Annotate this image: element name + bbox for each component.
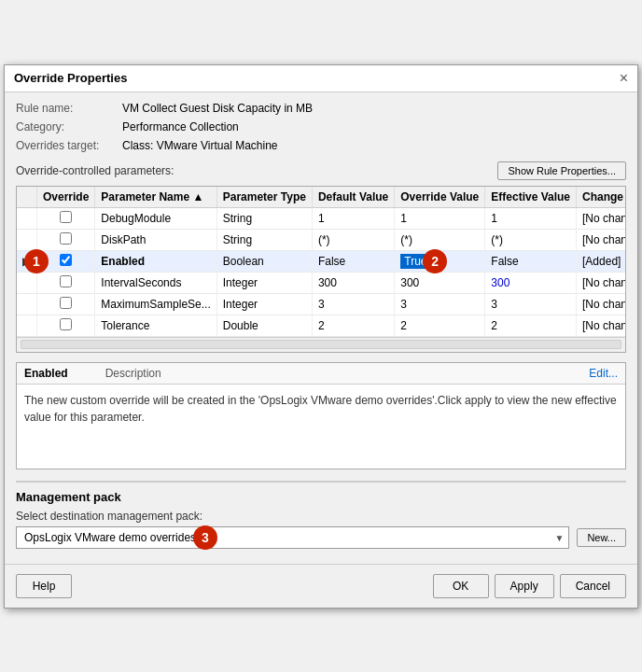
mp-select-label: Select destination management pack: [16, 510, 626, 523]
col-indicator [17, 187, 37, 208]
override-checkbox-cell [37, 272, 95, 293]
parameters-table: Override Parameter Name ▲ Parameter Type… [17, 187, 626, 337]
effective-value-cell: (*) [485, 229, 577, 250]
horizontal-scrollbar[interactable] [21, 340, 621, 349]
effective-value-cell: 1 [485, 207, 577, 229]
default-value-cell: 3 [312, 293, 394, 315]
override-properties-dialog: Override Properties × Rule name: VM Coll… [4, 64, 638, 609]
default-value-cell: 2 [312, 315, 394, 336]
col-effective-value: Effective Value [485, 187, 577, 208]
param-name-cell: MaximumSampleSe... [95, 293, 216, 315]
param-name-cell: DiskPath [95, 229, 216, 250]
management-pack-title: Management pack [16, 490, 626, 504]
mp-select-wrapper: OpsLogix VMware demo overrides ▼ 3 [16, 526, 569, 549]
col-override-value: Override Value [395, 187, 485, 208]
mp-row: OpsLogix VMware demo overrides ▼ 3 New..… [16, 526, 626, 549]
param-name-cell: Enabled [95, 250, 216, 272]
change-status-cell: [Added] [577, 250, 626, 272]
table-row[interactable]: DebugModuleString111[No change] [17, 207, 626, 229]
apply-button[interactable]: Apply [495, 574, 554, 598]
param-name-cell: DebugModule [95, 207, 216, 229]
param-name-cell: IntervalSeconds [95, 272, 216, 293]
row-indicator [17, 229, 37, 250]
effective-value-cell: 300 [485, 272, 577, 293]
change-status-cell: [No change] [577, 315, 626, 336]
change-status-cell: [No change] [577, 293, 626, 315]
override-checkbox[interactable] [60, 318, 72, 330]
col-param-name: Parameter Name ▲ [95, 187, 216, 208]
footer-right: OK Apply Cancel [433, 574, 626, 598]
mp-select[interactable]: OpsLogix VMware demo overrides [16, 526, 569, 549]
override-value-cell: True2 [395, 250, 485, 272]
new-mp-button[interactable]: New... [577, 528, 626, 547]
table-body: DebugModuleString111[No change]DiskPathS… [17, 207, 626, 336]
change-status-cell: [No change] [577, 229, 626, 250]
row-indicator [17, 315, 37, 336]
override-checkbox-cell [37, 315, 95, 336]
details-section: Enabled Description Edit... The new cust… [16, 362, 626, 469]
table-row[interactable]: IntervalSecondsInteger300300300[No chang… [17, 272, 626, 293]
default-value-cell: False [312, 250, 394, 272]
param-type-cell: Double [216, 315, 312, 336]
table-row[interactable]: DiskPathString(*)(*)(*)[No change] [17, 229, 626, 250]
effective-value-cell: 2 [485, 315, 577, 336]
override-checkbox-cell [37, 207, 95, 229]
overrides-target-value: Class: VMware Virtual Machine [122, 139, 278, 152]
dialog-content: Rule name: VM Collect Guest Disk Capacit… [5, 92, 637, 558]
row-indicator [17, 207, 37, 229]
override-checkbox-cell [37, 293, 95, 315]
close-button[interactable]: × [620, 71, 628, 86]
override-value-cell: 1 [395, 207, 485, 229]
rule-name-row: Rule name: VM Collect Guest Disk Capacit… [16, 102, 626, 115]
row-indicator: ▶ [17, 250, 37, 272]
default-value-cell: 1 [312, 207, 394, 229]
show-rule-properties-button[interactable]: Show Rule Properties... [497, 161, 626, 180]
horizontal-scrollbar-row [17, 337, 625, 352]
param-type-cell: Integer [216, 272, 312, 293]
override-value-cell: (*) [395, 229, 485, 250]
edit-link[interactable]: Edit... [589, 367, 618, 380]
change-status-cell: [No change] [577, 207, 626, 229]
param-type-cell: Boolean [216, 250, 312, 272]
override-checkbox[interactable] [60, 232, 72, 245]
col-default-value: Default Value [312, 187, 394, 208]
default-value-cell: (*) [312, 229, 394, 250]
category-row: Category: Performance Collection [16, 120, 626, 133]
override-checkbox-cell: 1 [37, 250, 95, 272]
rule-name-value: VM Collect Guest Disk Capacity in MB [122, 102, 313, 115]
effective-value-cell: 3 [485, 293, 577, 315]
param-name-cell: Tolerance [95, 315, 216, 336]
effective-value-cell: False [485, 250, 577, 272]
ok-button[interactable]: OK [433, 574, 489, 598]
override-value-cell: 3 [395, 293, 485, 315]
override-value-highlight: True [400, 254, 430, 269]
help-button[interactable]: Help [16, 574, 72, 598]
override-checkbox[interactable] [60, 254, 72, 266]
change-status-cell: [No change] [577, 272, 626, 293]
overrides-target-row: Overrides target: Class: VMware Virtual … [16, 139, 626, 152]
table-row[interactable]: ▶1EnabledBooleanFalseTrue2False[Added] [17, 250, 626, 272]
category-value: Performance Collection [122, 120, 239, 133]
row-indicator [17, 293, 37, 315]
col-change-status: Change Status [577, 187, 626, 208]
rule-name-label: Rule name: [16, 102, 119, 115]
table-row[interactable]: ToleranceDouble222[No change] [17, 315, 626, 336]
override-checkbox[interactable] [60, 297, 72, 309]
override-checkbox-cell [37, 229, 95, 250]
table-row[interactable]: MaximumSampleSe...Integer333[No change] [17, 293, 626, 315]
col-param-type: Parameter Type [216, 187, 312, 208]
category-label: Category: [16, 120, 119, 133]
table-header: Override Parameter Name ▲ Parameter Type… [17, 187, 626, 208]
details-param-name: Enabled [24, 367, 68, 380]
details-text: The new custom override will be created … [24, 394, 617, 424]
details-header: Enabled Description Edit... [17, 363, 625, 385]
col-override: Override [37, 187, 95, 208]
override-checkbox[interactable] [60, 275, 72, 287]
details-left: Enabled Description [24, 367, 161, 380]
param-type-cell: String [216, 207, 312, 229]
param-type-cell: String [216, 229, 312, 250]
cancel-button[interactable]: Cancel [560, 574, 626, 598]
override-value-cell: 2 [395, 315, 485, 336]
management-pack-section: Management pack Select destination manag… [16, 481, 626, 549]
override-checkbox[interactable] [60, 211, 72, 223]
